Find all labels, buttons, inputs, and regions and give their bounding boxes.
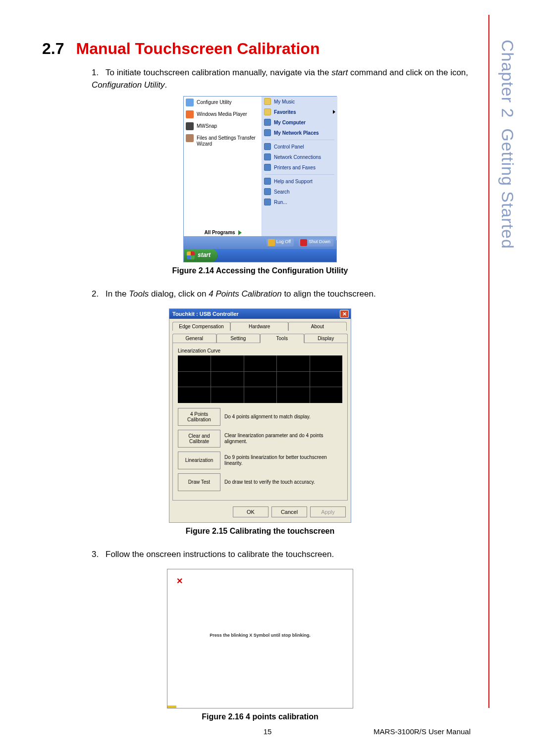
calibration-message: Press the blinking X Symbol until stop b…: [167, 633, 353, 638]
control-panel[interactable]: Control Panel: [262, 142, 337, 152]
help-support[interactable]: Help and Support: [262, 176, 337, 187]
control-panel-icon: [264, 143, 271, 150]
apply-button[interactable]: Apply: [310, 506, 346, 517]
linearization-label: Linearization Curve: [178, 348, 342, 353]
calibration-x-icon[interactable]: ✕: [176, 576, 183, 586]
tab-setting[interactable]: Setting: [216, 334, 261, 343]
printer-icon: [264, 164, 271, 171]
start-item-mwsnap[interactable]: MWSnap: [184, 120, 262, 132]
linearization-grid: [178, 355, 342, 403]
right-rule: [488, 15, 489, 708]
tabs-row-1: Edge Compensation Hardware About: [169, 319, 351, 331]
clear-calibrate-desc: Clear linearization parameter and do 4 p…: [224, 433, 342, 445]
tools-panel: Linearization Curve 4 Points Calibration…: [172, 343, 348, 501]
run[interactable]: Run...: [262, 197, 337, 207]
four-points-desc: Do 4 points alignment to match display.: [224, 414, 342, 420]
mwsnap-icon: [186, 122, 194, 130]
taskbar: start: [184, 249, 336, 262]
figure-3-caption: Figure 2.16 4 points calibration: [42, 712, 478, 721]
tab-edge[interactable]: Edge Compensation: [172, 322, 230, 331]
ok-button[interactable]: OK: [233, 506, 268, 517]
chevron-right-icon: [333, 110, 335, 114]
section-heading: 2.7Manual Touchscreen Calibration: [42, 40, 478, 58]
start-right-col: My Music Favorites My Computer My Networ…: [262, 97, 337, 240]
my-music[interactable]: My Music: [262, 97, 337, 107]
separator: [265, 140, 334, 140]
page-number: 15: [264, 727, 272, 736]
shutdown-button[interactable]: Shut Down: [299, 239, 333, 247]
figure-start-menu: Configure Utility Windows Media Player M…: [183, 96, 337, 262]
printers-faxes[interactable]: Printers and Faxes: [262, 162, 337, 173]
computer-icon: [264, 119, 271, 126]
draw-test-button[interactable]: Draw Test: [178, 473, 220, 491]
start-left-col: Configure Utility Windows Media Player M…: [184, 97, 262, 240]
tab-display[interactable]: Display: [304, 334, 348, 343]
my-computer[interactable]: My Computer: [262, 117, 337, 128]
four-points-button[interactable]: 4 Points Calibration: [178, 408, 220, 426]
manual-name: MARS-3100R/S User Manual: [374, 727, 471, 736]
search-icon: [264, 188, 271, 195]
side-chapter: Chapter 2: [498, 40, 517, 118]
gear-icon: [186, 99, 194, 106]
wizard-icon: [186, 134, 194, 142]
step-2: 2.In the Tools dialog, click on 4 Points…: [92, 288, 478, 301]
side-chapter-title: Chapter 2 Getting Started: [498, 40, 517, 249]
figure-touchkit-dialog: Touchkit : USB Controller ✕ Edge Compens…: [169, 308, 351, 523]
star-icon: [264, 108, 271, 115]
separator: [265, 174, 334, 175]
run-icon: [264, 199, 271, 205]
close-button[interactable]: ✕: [340, 310, 349, 318]
side-subtitle: Getting Started: [498, 128, 517, 249]
start-item-fst[interactable]: Files and Settings Transfer Wizard: [184, 132, 262, 150]
favorites[interactable]: Favorites: [262, 107, 337, 117]
network-connections[interactable]: Network Connections: [262, 152, 337, 162]
step-3: 3.Follow the onscreen instructions to ca…: [92, 549, 478, 561]
dialog-buttons: OK Cancel Apply: [169, 504, 351, 522]
tab-hardware[interactable]: Hardware: [230, 322, 288, 331]
step-1: 1.To initiate touchscreen calibration ma…: [92, 67, 478, 91]
wmp-icon: [186, 110, 194, 118]
search[interactable]: Search: [262, 187, 337, 197]
start-item-configure[interactable]: Configure Utility: [184, 97, 262, 108]
linearization-button[interactable]: Linearization: [178, 452, 220, 469]
draw-test-desc: Do draw test to verify the touch accurac…: [224, 479, 342, 485]
tabs-row-2: General Setting Tools Display: [169, 331, 351, 343]
section-title: Manual Touchscreen Calibration: [76, 40, 320, 57]
clear-calibrate-button[interactable]: Clear and Calibrate: [178, 430, 220, 448]
network-icon: [264, 129, 271, 136]
help-icon: [264, 178, 271, 185]
calibration-progress: [167, 706, 176, 708]
section-number: 2.7: [42, 40, 64, 57]
dialog-titlebar: Touchkit : USB Controller ✕: [169, 309, 351, 319]
linearization-desc: Do 9 points linearization for better tou…: [224, 454, 342, 466]
cancel-button[interactable]: Cancel: [271, 506, 307, 517]
tab-tools[interactable]: Tools: [260, 334, 304, 343]
tab-about[interactable]: About: [288, 322, 346, 331]
netconn-icon: [264, 153, 271, 160]
folder-icon: [264, 98, 271, 105]
dialog-title: Touchkit : USB Controller: [172, 311, 239, 317]
my-network[interactable]: My Network Places: [262, 128, 337, 138]
start-button[interactable]: start: [184, 249, 217, 262]
figure-calibration-screen: ✕ Press the blinking X Symbol until stop…: [167, 569, 353, 708]
page-content: 2.7Manual Touchscreen Calibration 1.To i…: [42, 40, 478, 734]
start-item-wmp[interactable]: Windows Media Player: [184, 108, 262, 120]
figure-1-caption: Figure 2.14 Accessing the Configuration …: [42, 266, 478, 275]
figure-2-caption: Figure 2.15 Calibrating the touchscreen: [42, 527, 478, 536]
start-bottom-bar: Log Off Shut Down: [184, 236, 336, 249]
logoff-button[interactable]: Log Off: [267, 239, 294, 247]
tab-general[interactable]: General: [172, 334, 216, 343]
